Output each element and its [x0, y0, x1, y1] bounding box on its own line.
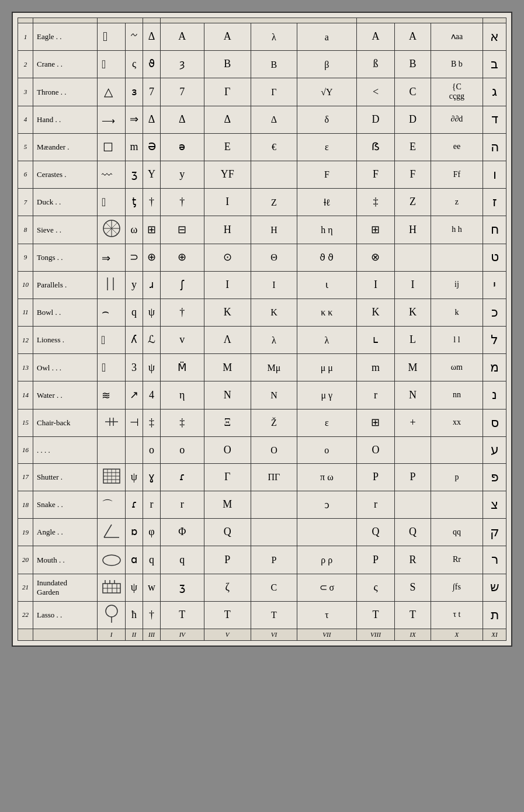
- greek-glyph-2: E: [204, 133, 251, 161]
- egyptian-glyph-2: ɜ: [126, 78, 143, 106]
- footer-col-10: IX: [395, 629, 431, 640]
- row-number: 3: [18, 78, 33, 106]
- greek-glyph-4: ϑ ϑ: [297, 244, 356, 271]
- header-name: [33, 18, 98, 23]
- hebrew-glyph: ל: [483, 327, 506, 354]
- svg-text:⟶: ⟶: [102, 116, 115, 126]
- hebrew-glyph: ט: [483, 244, 506, 271]
- footer-col-4: III: [143, 629, 161, 640]
- greek-glyph-1: ɾ: [161, 463, 204, 491]
- table-row: 20Mouth . .ɑqqPPρ ρΡRRrר: [18, 546, 506, 574]
- egyptian-glyph-2: 3: [126, 354, 143, 381]
- greek-glyph-4: ɩ: [297, 271, 356, 299]
- footer-col-2: I: [98, 629, 126, 640]
- greek-glyph-4: h η: [297, 216, 356, 244]
- greek-glyph-3: H: [251, 216, 297, 244]
- greek-glyph-3: T: [251, 601, 297, 629]
- svg-text:𓅓: 𓅓: [102, 361, 106, 374]
- latin-glyph-3: l l: [431, 327, 483, 354]
- greek-glyph-2: Δ: [204, 106, 251, 133]
- row-number: 9: [18, 244, 33, 271]
- greek-glyph-4: F: [297, 161, 356, 188]
- latin-glyph-2: I: [395, 271, 431, 299]
- egyptian-glyph-1: [98, 601, 126, 629]
- row-number: 1: [18, 23, 33, 51]
- footer-col-11: X: [431, 629, 483, 640]
- greek-glyph-2: A: [204, 23, 251, 51]
- greek-glyph-3: N: [251, 381, 297, 409]
- latin-glyph-1: ẞ: [356, 133, 395, 161]
- main-header-row: [18, 18, 506, 23]
- greek-glyph-1: ʃ: [161, 271, 204, 299]
- greek-glyph-2: H: [204, 216, 251, 244]
- latin-glyph-1: A: [356, 23, 395, 51]
- row-number: 13: [18, 354, 33, 381]
- table-row: 17Shutter .ψɣɾΓΠΓπ ωPPpפ: [18, 463, 506, 491]
- egyptian-glyph-2: ɾ: [126, 491, 143, 519]
- egyptian-glyph-2: ħ: [126, 601, 143, 629]
- greek-glyph-3: Mμ: [251, 354, 297, 381]
- row-name: Bowl . .: [33, 299, 98, 326]
- latin-glyph-1: P: [356, 463, 395, 491]
- header-latin: [356, 18, 483, 23]
- egyptian-glyph-2: ⇒: [126, 106, 143, 133]
- greek-glyph-4: λ: [297, 327, 356, 354]
- latin-glyph-3: ∫fs: [431, 574, 483, 601]
- svg-point-32: [103, 555, 120, 565]
- footer-col-12: XI: [483, 629, 506, 640]
- row-name: . . . .: [33, 436, 98, 463]
- latin-glyph-1: K: [356, 299, 395, 326]
- row-number: 15: [18, 409, 33, 436]
- greek-glyph-2: I: [204, 189, 251, 216]
- row-name: Lasso . .: [33, 601, 98, 629]
- egyptian-glyph-1: △: [98, 78, 126, 106]
- table-row: 12Lioness .𓃭ʎℒvΛλλʟLl lל: [18, 327, 506, 354]
- greek-glyph-3: €: [251, 133, 297, 161]
- phoenician-glyph: ⊕: [143, 244, 161, 271]
- greek-glyph-3: B: [251, 51, 297, 78]
- latin-glyph-3: Rr: [431, 546, 483, 574]
- egyptian-glyph-1: 𓅭: [98, 51, 126, 78]
- egyptian-glyph-1: [98, 271, 126, 299]
- egyptian-glyph-1: 𓃭: [98, 327, 126, 354]
- egyptian-glyph-2: ψ: [126, 463, 143, 491]
- hebrew-glyph: נ: [483, 381, 506, 409]
- row-name: Owl . . .: [33, 354, 98, 381]
- egyptian-glyph-2: y: [126, 271, 143, 299]
- greek-glyph-1: †: [161, 299, 204, 326]
- greek-glyph-1: ⊕: [161, 244, 204, 271]
- greek-glyph-4: [297, 519, 356, 546]
- latin-glyph-3: τ t: [431, 601, 483, 629]
- hebrew-glyph: מ: [483, 354, 506, 381]
- row-number: 19: [18, 519, 33, 546]
- greek-glyph-3: P: [251, 546, 297, 574]
- greek-glyph-2: Γ: [204, 78, 251, 106]
- latin-glyph-2: H: [395, 216, 431, 244]
- egyptian-glyph-1: 𓅃: [98, 23, 126, 51]
- greek-glyph-4: ε: [297, 133, 356, 161]
- greek-glyph-1: r: [161, 491, 204, 519]
- latin-glyph-2: F: [395, 161, 431, 188]
- latin-glyph-2: E: [395, 133, 431, 161]
- egyptian-glyph-2: ⊃: [126, 244, 143, 271]
- row-number: 21: [18, 574, 33, 601]
- latin-glyph-1: T: [356, 601, 395, 629]
- table-row: 9Tongs . .⇒⊃⊕⊕⊙Θϑ ϑ⊗ט: [18, 244, 506, 271]
- latin-glyph-2: N: [395, 381, 431, 409]
- greek-glyph-2: K: [204, 299, 251, 326]
- table-row: 6Cerastes .〰ʒYyYFFFFFfו: [18, 161, 506, 188]
- hebrew-glyph: צ: [483, 491, 506, 519]
- header-egyptian: [98, 18, 143, 23]
- phoenician-glyph: ϑ: [143, 51, 161, 78]
- latin-glyph-3: ʌaa: [431, 23, 483, 51]
- latin-glyph-2: A: [395, 23, 431, 51]
- latin-glyph-2: B: [395, 51, 431, 78]
- latin-glyph-3: ∂∂d: [431, 106, 483, 133]
- footer-col-6: V: [204, 629, 251, 640]
- phoenician-glyph: q: [143, 546, 161, 574]
- greek-glyph-1: Δ: [161, 106, 204, 133]
- egyptian-glyph-1: ⇒: [98, 244, 126, 271]
- greek-glyph-4: a: [297, 23, 356, 51]
- latin-glyph-1: <: [356, 78, 395, 106]
- egyptian-glyph-1: ⌢: [98, 299, 126, 326]
